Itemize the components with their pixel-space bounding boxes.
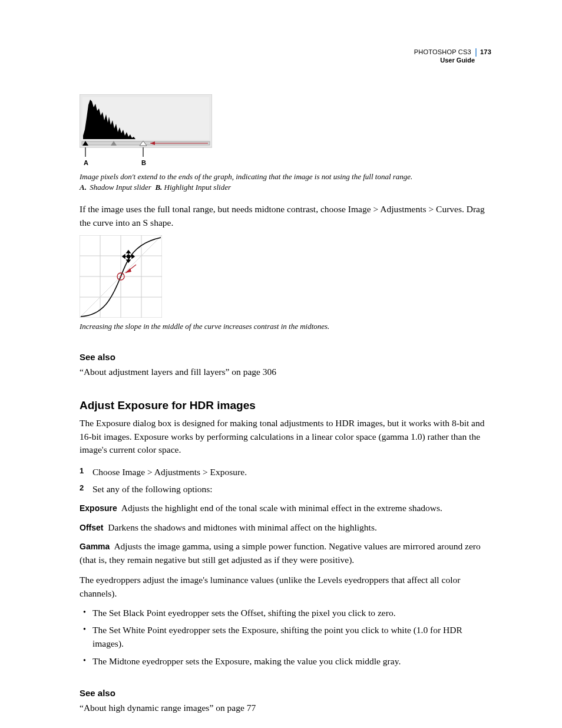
- body-paragraph-2: The eyedroppers adjust the image's lumin…: [80, 574, 491, 600]
- body-paragraph-1: If the image uses the full tonal range, …: [80, 203, 491, 229]
- step-2: 2 Set any of the following options:: [80, 482, 491, 496]
- def-offset-text: Darkens the shadows and midtones with mi…: [108, 522, 376, 532]
- step-number: 1: [80, 465, 84, 477]
- bullet-2: The Set White Point eyedropper sets the …: [80, 623, 491, 651]
- figure-curves-caption: Increasing the slope in the middle of th…: [80, 321, 491, 332]
- bullet-list: The Set Black Point eyedropper sets the …: [80, 606, 491, 668]
- see-also-heading-1: See also: [80, 352, 491, 362]
- page: PHOTOSHOP CS3 173 User Guide: [0, 0, 562, 728]
- see-also-xref-1: “About adjustment layers and fill layers…: [80, 365, 491, 378]
- svg-rect-28: [127, 255, 130, 258]
- step-number: 2: [80, 482, 84, 494]
- term-gamma: Gamma: [80, 542, 110, 551]
- step-text: Choose Image > Adjustments > Exposure.: [92, 467, 247, 477]
- term-exposure: Exposure: [80, 503, 117, 513]
- product-name: PHOTOSHOP CS3: [414, 48, 471, 55]
- section-intro: The Exposure dialog box is designed for …: [80, 417, 491, 456]
- curves-svg: [80, 235, 162, 318]
- caption-a-label: A.: [80, 183, 87, 192]
- def-gamma: Gamma Adjusts the image gamma, using a s…: [80, 540, 491, 566]
- page-number: 173: [475, 48, 491, 57]
- figure-curves: Increasing the slope in the middle of th…: [80, 235, 491, 332]
- see-also-xref-2: “About high dynamic range images” on pag…: [80, 701, 491, 714]
- svg-point-19: [120, 276, 122, 278]
- bullet-3: The Midtone eyedropper sets the Exposure…: [80, 654, 491, 668]
- caption-b-label: B.: [155, 183, 162, 192]
- figure-histogram: A B Image pixels don't extend to the end…: [80, 94, 491, 192]
- section-heading: Adjust Exposure for HDR images: [80, 399, 491, 412]
- caption-b-text: Highlight Input slider: [164, 183, 231, 192]
- def-offset: Offset Darkens the shadows and midtones …: [80, 521, 491, 534]
- step-1: 1 Choose Image > Adjustments > Exposure.: [80, 465, 491, 479]
- content: A B Image pixels don't extend to the end…: [80, 94, 491, 714]
- guide-label: User Guide: [414, 57, 491, 65]
- callout-a: A: [84, 159, 88, 166]
- caption-a-text: Shadow Input slider: [90, 183, 151, 192]
- running-header: PHOTOSHOP CS3 173 User Guide: [414, 48, 491, 65]
- caption-main: Image pixels don't extend to the ends of…: [80, 172, 412, 181]
- def-exposure-text: Adjusts the highlight end of the tonal s…: [121, 503, 442, 513]
- figure-histogram-caption: Image pixels don't extend to the ends of…: [80, 172, 491, 192]
- bullet-1: The Set Black Point eyedropper sets the …: [80, 606, 491, 620]
- see-also-heading-2: See also: [80, 688, 491, 698]
- step-text: Set any of the following options:: [92, 484, 213, 494]
- term-offset: Offset: [80, 523, 103, 532]
- steps-list: 1 Choose Image > Adjustments > Exposure.…: [80, 465, 491, 496]
- def-exposure: Exposure Adjusts the highlight end of th…: [80, 502, 491, 515]
- def-gamma-text: Adjusts the image gamma, using a simple …: [80, 541, 481, 564]
- histogram-svg: A B: [80, 94, 212, 168]
- callout-b: B: [141, 159, 146, 166]
